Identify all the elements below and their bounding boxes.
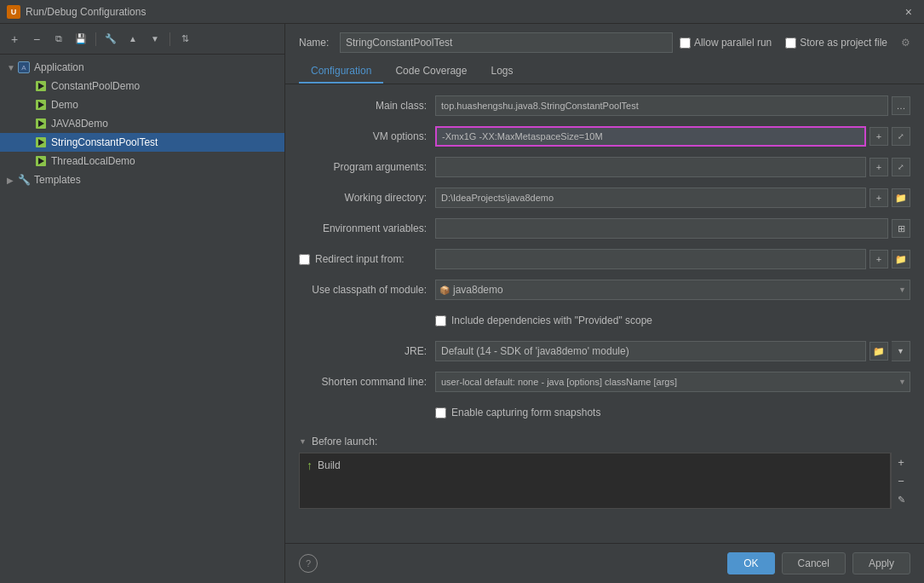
redirect-checkbox[interactable] [299, 254, 310, 265]
program-args-field: + ⤢ [435, 157, 910, 177]
redirect-input-field: + 📁 [435, 249, 910, 269]
shorten-cmd-dropdown[interactable]: user-local default: none - java [options… [435, 372, 910, 392]
build-arrow-icon: ↑ [307, 459, 313, 472]
launch-build-item[interactable]: ↑ Build [300, 453, 890, 477]
tree-item-java8demo[interactable]: JAVA8Demo [0, 114, 284, 133]
working-dir-field: + 📁 [435, 188, 910, 208]
jre-folder-button[interactable]: 📁 [869, 342, 888, 361]
add-config-button[interactable]: + [5, 30, 24, 49]
working-dir-add-button[interactable]: + [869, 188, 888, 207]
ok-button[interactable]: OK [727, 552, 774, 574]
launch-add-button[interactable]: + [892, 453, 910, 471]
vm-options-input[interactable] [435, 126, 866, 147]
tab-logs[interactable]: Logs [479, 60, 525, 84]
sort-button[interactable]: ⇅ [175, 30, 194, 49]
module-icon: 📦 [436, 286, 453, 295]
store-as-project-label[interactable]: Store as project file [785, 37, 887, 49]
env-vars-row: Environment variables: ⊞ [299, 217, 910, 240]
main-class-browse-button[interactable]: … [892, 96, 910, 115]
program-args-expand-button[interactable]: ⤢ [892, 158, 910, 176]
redirect-input-input[interactable] [435, 249, 866, 269]
tree-item-label: ThreadLocalDemo [51, 155, 135, 167]
run-config-icon [34, 98, 48, 112]
help-button[interactable]: ? [299, 554, 318, 573]
working-dir-input[interactable] [435, 188, 866, 208]
save-config-button[interactable]: 💾 [72, 30, 90, 49]
snapshot-checkbox[interactable] [435, 407, 446, 418]
working-dir-browse-button[interactable]: 📁 [892, 188, 910, 207]
tree-item-label: JAVA8Demo [51, 118, 108, 130]
settings-gear-icon[interactable]: ⚙ [901, 37, 910, 49]
wrench-button[interactable]: 🔧 [101, 30, 120, 49]
module-dropdown[interactable]: 📦 java8demo ▼ [435, 280, 910, 300]
before-launch-label: Before launch: [312, 436, 377, 447]
before-launch-header: ▼ Before launch: [299, 432, 910, 453]
vm-options-label: VM options: [299, 130, 435, 142]
tree-item-stringconstantpooltest[interactable]: StringConstantPoolTest [0, 133, 284, 152]
tree-application-group[interactable]: ▼ A Application [0, 58, 284, 77]
working-dir-label: Working directory: [299, 192, 435, 204]
tab-configuration[interactable]: Configuration [299, 60, 383, 84]
jre-dropdown-button[interactable]: ▼ [892, 341, 910, 361]
close-button[interactable]: × [900, 3, 917, 20]
name-label: Name: [299, 37, 333, 49]
program-args-add-button[interactable]: + [869, 158, 888, 176]
snapshot-checkbox-label[interactable]: Enable capturing form snapshots [435, 407, 600, 418]
module-dropdown-arrow: ▼ [895, 286, 910, 294]
tree-item-constantpooldemo[interactable]: ConstantPoolDemo [0, 77, 284, 95]
include-deps-field: Include dependencies with "Provided" sco… [435, 315, 910, 326]
snapshot-row: Enable capturing form snapshots [299, 401, 910, 424]
before-launch-arrow[interactable]: ▼ [299, 437, 307, 446]
application-group-label: Application [34, 61, 84, 73]
shorten-cmd-row: Shorten command line: user-local default… [299, 371, 910, 393]
cancel-button[interactable]: Cancel [782, 552, 846, 574]
tree-templates-group[interactable]: ▶ 🔧 Templates [0, 170, 284, 189]
classpath-field: 📦 java8demo ▼ [435, 280, 910, 300]
env-vars-input[interactable] [435, 218, 888, 239]
vm-add-button[interactable]: + [869, 127, 888, 146]
env-vars-field: ⊞ [435, 218, 910, 239]
apply-button[interactable]: Apply [852, 552, 910, 574]
move-up-button[interactable]: ▲ [123, 30, 142, 49]
allow-parallel-label[interactable]: Allow parallel run [680, 37, 772, 49]
working-dir-row: Working directory: + 📁 [299, 187, 910, 209]
launch-edit-button[interactable]: ✎ [892, 490, 910, 509]
program-args-row: Program arguments: + ⤢ [299, 156, 910, 178]
program-args-label: Program arguments: [299, 161, 435, 173]
remove-config-button[interactable]: − [27, 30, 46, 49]
name-row: Name: Allow parallel run Store as projec… [285, 24, 924, 60]
launch-area: ↑ Build + − ✎ [299, 453, 910, 509]
window-title: Run/Debug Configurations [26, 6, 146, 18]
allow-parallel-checkbox[interactable] [680, 38, 691, 49]
redirect-input-row: Redirect input from: + 📁 [299, 248, 910, 270]
tree-expand-arrow: ▶ [7, 176, 17, 185]
tree-item-demo[interactable]: Demo [0, 95, 284, 114]
main-class-input[interactable] [435, 95, 888, 116]
jre-dropdown[interactable]: Default (14 - SDK of 'java8demo' module) [435, 341, 866, 361]
include-deps-checkbox-label[interactable]: Include dependencies with "Provided" sco… [435, 315, 652, 326]
bottom-bar: ? OK Cancel Apply [285, 543, 924, 583]
tab-code-coverage[interactable]: Code Coverage [383, 60, 479, 84]
launch-remove-button[interactable]: − [892, 471, 910, 490]
tree-item-threadlocaldemo[interactable]: ThreadLocalDemo [0, 152, 284, 170]
program-args-input[interactable] [435, 157, 866, 177]
copy-config-button[interactable]: ⧉ [49, 30, 68, 49]
move-down-button[interactable]: ▼ [146, 30, 164, 49]
templates-icon: 🔧 [17, 173, 31, 187]
launch-buttons: + − ✎ [891, 453, 910, 509]
redirect-checkbox-label[interactable]: Redirect input from: [299, 253, 427, 265]
shorten-cmd-arrow: ▼ [895, 378, 910, 386]
classpath-label: Use classpath of module: [299, 284, 435, 296]
toolbar-separator [95, 32, 96, 46]
run-config-icon [34, 79, 48, 93]
vm-expand-button[interactable]: ⤢ [892, 127, 910, 146]
tree-toolbar: + − ⧉ 💾 🔧 ▲ ▼ ⇅ [0, 24, 284, 55]
store-as-project-checkbox[interactable] [785, 38, 796, 49]
jre-text: Default (14 - SDK of 'java8demo' module) [436, 345, 865, 357]
redirect-add-button[interactable]: + [869, 250, 888, 268]
env-vars-browse-button[interactable]: ⊞ [892, 219, 910, 238]
name-input[interactable] [340, 32, 673, 53]
redirect-browse-button[interactable]: 📁 [892, 250, 910, 268]
left-panel: + − ⧉ 💾 🔧 ▲ ▼ ⇅ ▼ A Application [0, 24, 285, 583]
include-deps-checkbox[interactable] [435, 315, 446, 326]
